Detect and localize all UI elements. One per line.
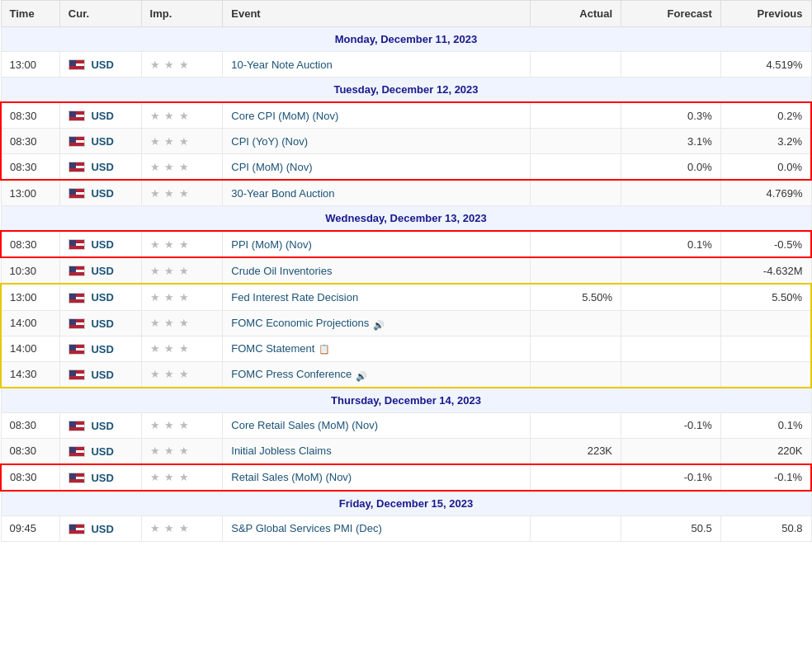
currency-label: USD xyxy=(88,135,114,148)
event-link[interactable]: Retail Sales (MoM) (Nov) xyxy=(231,471,352,483)
forecast-cell: 0.3% xyxy=(621,102,721,129)
importance-stars: ★ ★ ★ xyxy=(150,161,190,173)
day-header-row: Tuesday, December 12, 2023 xyxy=(1,78,811,103)
forecast-cell xyxy=(621,438,721,464)
table-row: 09:45 USD★ ★ ★S&P Global Services PMI (D… xyxy=(1,515,811,541)
currency-cell: USD xyxy=(59,154,141,181)
previous-cell: -4.632M xyxy=(720,257,811,284)
currency-cell: USD xyxy=(59,464,141,491)
flag-icon xyxy=(68,59,85,70)
currency-label: USD xyxy=(88,420,114,432)
table-row: 13:00 USD★ ★ ★10-Year Note Auction4.519% xyxy=(1,52,811,78)
flag-icon xyxy=(68,111,85,121)
previous-cell: 0.2% xyxy=(720,102,811,129)
currency-cell: USD xyxy=(59,438,141,464)
importance-cell: ★ ★ ★ xyxy=(141,438,223,464)
actual-cell xyxy=(531,102,621,129)
event-link[interactable]: Core CPI (MoM) (Nov) xyxy=(231,110,338,122)
event-link[interactable]: Crude Oil Inventories xyxy=(231,265,332,277)
forecast-cell xyxy=(621,52,721,78)
header-event: Event xyxy=(223,1,531,27)
importance-stars: ★ ★ ★ xyxy=(150,445,190,457)
flag-icon xyxy=(68,318,85,329)
header-forecast: Forecast xyxy=(621,1,721,27)
event-cell: FOMC Economic Projections🔊 xyxy=(223,310,531,336)
importance-cell: ★ ★ ★ xyxy=(141,231,223,257)
importance-stars: ★ ★ ★ xyxy=(150,317,190,329)
table-row: 14:30 USD★ ★ ★FOMC Press Conference🔊 xyxy=(1,361,811,388)
actual-cell xyxy=(531,154,621,181)
event-link[interactable]: FOMC Economic Projections xyxy=(231,317,369,329)
event-cell: S&P Global Services PMI (Dec) xyxy=(223,515,531,541)
event-cell: 10-Year Note Auction xyxy=(223,52,531,78)
actual-cell xyxy=(531,129,621,154)
event-link[interactable]: CPI (MoM) (Nov) xyxy=(231,161,312,173)
time-cell: 14:30 xyxy=(1,361,59,388)
importance-stars: ★ ★ ★ xyxy=(150,368,190,380)
currency-label: USD xyxy=(88,110,114,122)
event-link[interactable]: S&P Global Services PMI (Dec) xyxy=(231,522,382,534)
event-cell: Retail Sales (MoM) (Nov) xyxy=(223,464,531,491)
importance-stars: ★ ★ ★ xyxy=(150,342,190,355)
table-row: 08:30 USD★ ★ ★Initial Jobless Claims223K… xyxy=(1,438,811,464)
currency-label: USD xyxy=(88,292,114,304)
currency-cell: USD xyxy=(59,412,141,438)
time-cell: 14:00 xyxy=(1,310,59,336)
importance-stars: ★ ★ ★ xyxy=(150,471,190,483)
event-link[interactable]: Initial Jobless Claims xyxy=(231,445,331,457)
importance-stars: ★ ★ ★ xyxy=(150,238,190,251)
forecast-cell: 0.0% xyxy=(621,154,721,181)
importance-cell: ★ ★ ★ xyxy=(141,102,223,129)
importance-stars: ★ ★ ★ xyxy=(150,59,190,71)
previous-cell: 0.1% xyxy=(720,412,811,438)
header-currency: Cur. xyxy=(59,1,141,27)
table-row: 08:30 USD★ ★ ★PPI (MoM) (Nov)0.1%-0.5% xyxy=(1,231,811,257)
actual-cell xyxy=(531,336,621,361)
table-row: 08:30 USD★ ★ ★Core Retail Sales (MoM) (N… xyxy=(1,412,811,438)
event-link[interactable]: Core Retail Sales (MoM) (Nov) xyxy=(231,419,378,431)
currency-cell: USD xyxy=(59,257,141,284)
table-row: 13:00 USD★ ★ ★Fed Interest Rate Decision… xyxy=(1,284,811,310)
currency-cell: USD xyxy=(59,52,141,78)
event-link[interactable]: PPI (MoM) (Nov) xyxy=(231,238,312,251)
time-cell: 13:00 xyxy=(1,52,59,78)
table-row: 08:30 USD★ ★ ★CPI (MoM) (Nov)0.0%0.0% xyxy=(1,154,811,181)
time-cell: 08:30 xyxy=(1,154,59,181)
event-cell: Initial Jobless Claims xyxy=(223,438,531,464)
event-link[interactable]: 30-Year Bond Auction xyxy=(231,187,334,200)
importance-cell: ★ ★ ★ xyxy=(141,310,223,336)
day-header-row: Friday, December 15, 2023 xyxy=(1,491,811,516)
day-header-cell: Thursday, December 14, 2023 xyxy=(1,388,811,413)
currency-label: USD xyxy=(88,265,114,277)
flag-icon xyxy=(68,239,85,250)
importance-stars: ★ ★ ★ xyxy=(150,419,190,431)
event-link[interactable]: 10-Year Note Auction xyxy=(231,59,332,71)
importance-stars: ★ ★ ★ xyxy=(150,265,190,277)
table-row: 08:30 USD★ ★ ★CPI (YoY) (Nov)3.1%3.2% xyxy=(1,129,811,154)
currency-label: USD xyxy=(88,59,114,71)
event-link[interactable]: FOMC Statement xyxy=(231,342,314,355)
previous-cell: 0.0% xyxy=(720,154,811,181)
day-header-cell: Friday, December 15, 2023 xyxy=(1,491,811,516)
event-link[interactable]: FOMC Press Conference xyxy=(231,368,352,380)
event-cell: PPI (MoM) (Nov) xyxy=(223,231,531,257)
importance-stars: ★ ★ ★ xyxy=(150,291,190,303)
header-time: Time xyxy=(1,1,59,27)
event-cell: 30-Year Bond Auction xyxy=(223,180,531,206)
time-cell: 08:30 xyxy=(1,438,59,464)
previous-cell xyxy=(720,361,811,388)
flag-icon xyxy=(68,421,85,431)
event-cell: CPI (MoM) (Nov) xyxy=(223,154,531,181)
event-cell: Crude Oil Inventories xyxy=(223,257,531,284)
table-row: 13:00 USD★ ★ ★30-Year Bond Auction4.769% xyxy=(1,180,811,206)
event-link[interactable]: CPI (YoY) (Nov) xyxy=(231,135,308,148)
time-cell: 13:00 xyxy=(1,284,59,310)
event-cell: Fed Interest Rate Decision xyxy=(223,284,531,310)
event-link[interactable]: Fed Interest Rate Decision xyxy=(231,291,358,303)
table-row: 14:00 USD★ ★ ★FOMC Statement📋 xyxy=(1,336,811,361)
day-header-row: Monday, December 11, 2023 xyxy=(1,27,811,52)
currency-label: USD xyxy=(88,472,114,484)
time-cell: 09:45 xyxy=(1,515,59,541)
time-cell: 08:30 xyxy=(1,231,59,257)
day-header-row: Thursday, December 14, 2023 xyxy=(1,388,811,413)
